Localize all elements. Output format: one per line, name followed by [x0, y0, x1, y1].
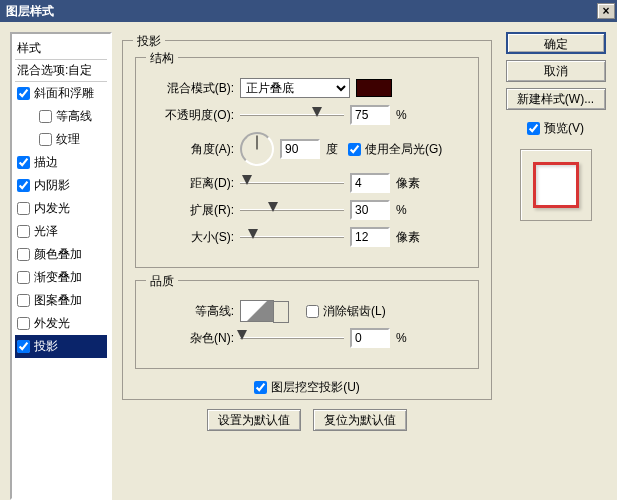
sidebar-item-check-6[interactable]: [17, 225, 30, 238]
sidebar-item-0[interactable]: 斜面和浮雕: [15, 82, 107, 105]
spread-label: 扩展(R):: [154, 202, 234, 219]
blend-mode-select[interactable]: 正片叠底: [240, 78, 350, 98]
distance-slider[interactable]: [240, 176, 344, 190]
sidebar-item-check-2[interactable]: [39, 133, 52, 146]
global-light-checkbox[interactable]: 使用全局光(G): [348, 141, 442, 158]
angle-unit: 度: [326, 141, 338, 158]
angle-input[interactable]: [280, 139, 320, 159]
sidebar-item-10[interactable]: 外发光: [15, 312, 107, 335]
sidebar-item-label: 内发光: [34, 200, 70, 217]
sidebar-item-4[interactable]: 内阴影: [15, 174, 107, 197]
preview-box: [520, 149, 592, 221]
contour-picker[interactable]: [240, 300, 274, 322]
size-slider[interactable]: [240, 230, 344, 244]
sidebar-item-label: 图案叠加: [34, 292, 82, 309]
sidebar-item-label: 斜面和浮雕: [34, 85, 94, 102]
sidebar-item-check-0[interactable]: [17, 87, 30, 100]
sidebar-item-check-10[interactable]: [17, 317, 30, 330]
spread-unit: %: [396, 203, 407, 217]
sidebar-item-check-8[interactable]: [17, 271, 30, 284]
noise-label: 杂色(N):: [154, 330, 234, 347]
quality-label: 品质: [146, 273, 178, 290]
sidebar-item-6[interactable]: 光泽: [15, 220, 107, 243]
opacity-unit: %: [396, 108, 407, 122]
ok-button[interactable]: 确定: [506, 32, 606, 54]
close-button[interactable]: ×: [597, 3, 615, 19]
blend-options-header[interactable]: 混合选项:自定: [15, 59, 107, 82]
preview-swatch: [533, 162, 579, 208]
quality-group: 品质 等高线: 消除锯齿(L) 杂色(N): %: [135, 280, 479, 369]
antialias-checkbox[interactable]: 消除锯齿(L): [306, 303, 386, 320]
sidebar-item-11[interactable]: 投影: [15, 335, 107, 358]
sidebar-item-label: 外发光: [34, 315, 70, 332]
size-label: 大小(S):: [154, 229, 234, 246]
sidebar-item-5[interactable]: 内发光: [15, 197, 107, 220]
sidebar-item-label: 描边: [34, 154, 58, 171]
sidebar-item-check-4[interactable]: [17, 179, 30, 192]
structure-group: 结构 混合模式(B): 正片叠底 不透明度(O): % 角度(A): 度: [135, 57, 479, 268]
angle-dial[interactable]: [240, 132, 274, 166]
sidebar-item-7[interactable]: 颜色叠加: [15, 243, 107, 266]
sidebar-item-label: 内阴影: [34, 177, 70, 194]
size-input[interactable]: [350, 227, 390, 247]
distance-label: 距离(D):: [154, 175, 234, 192]
projection-panel: 投影 结构 混合模式(B): 正片叠底 不透明度(O): % 角度(A):: [122, 40, 492, 400]
sidebar-item-check-7[interactable]: [17, 248, 30, 261]
sidebar-item-1[interactable]: 等高线: [15, 105, 107, 128]
new-style-button[interactable]: 新建样式(W)...: [506, 88, 606, 110]
noise-input[interactable]: [350, 328, 390, 348]
size-unit: 像素: [396, 229, 420, 246]
spread-input[interactable]: [350, 200, 390, 220]
window-title: 图层样式: [6, 3, 54, 20]
noise-slider[interactable]: [240, 331, 344, 345]
sidebar-item-label: 颜色叠加: [34, 246, 82, 263]
contour-label: 等高线:: [154, 303, 234, 320]
sidebar-item-check-11[interactable]: [17, 340, 30, 353]
noise-unit: %: [396, 331, 407, 345]
sidebar-item-label: 等高线: [56, 108, 92, 125]
sidebar-item-check-1[interactable]: [39, 110, 52, 123]
distance-unit: 像素: [396, 175, 420, 192]
preview-checkbox[interactable]: 预览(V): [527, 120, 584, 137]
knockout-checkbox[interactable]: 图层挖空投影(U): [254, 379, 360, 396]
opacity-label: 不透明度(O):: [154, 107, 234, 124]
structure-label: 结构: [146, 50, 178, 67]
blend-mode-label: 混合模式(B):: [154, 80, 234, 97]
sidebar-item-check-9[interactable]: [17, 294, 30, 307]
opacity-input[interactable]: [350, 105, 390, 125]
styles-sidebar: 样式 混合选项:自定 斜面和浮雕等高线纹理描边内阴影内发光光泽颜色叠加渐变叠加图…: [10, 32, 112, 500]
opacity-slider[interactable]: [240, 108, 344, 122]
spread-slider[interactable]: [240, 203, 344, 217]
title-bar: 图层样式 ×: [0, 0, 617, 22]
reset-default-button[interactable]: 复位为默认值: [313, 409, 407, 431]
set-default-button[interactable]: 设置为默认值: [207, 409, 301, 431]
sidebar-header: 样式: [15, 38, 107, 59]
shadow-color-swatch[interactable]: [356, 79, 392, 97]
sidebar-item-8[interactable]: 渐变叠加: [15, 266, 107, 289]
distance-input[interactable]: [350, 173, 390, 193]
sidebar-item-label: 光泽: [34, 223, 58, 240]
sidebar-item-label: 投影: [34, 338, 58, 355]
sidebar-item-check-3[interactable]: [17, 156, 30, 169]
sidebar-item-9[interactable]: 图案叠加: [15, 289, 107, 312]
angle-label: 角度(A):: [154, 141, 234, 158]
panel-title: 投影: [133, 33, 165, 50]
cancel-button[interactable]: 取消: [506, 60, 606, 82]
sidebar-item-label: 渐变叠加: [34, 269, 82, 286]
sidebar-item-3[interactable]: 描边: [15, 151, 107, 174]
sidebar-item-2[interactable]: 纹理: [15, 128, 107, 151]
sidebar-item-label: 纹理: [56, 131, 80, 148]
sidebar-item-check-5[interactable]: [17, 202, 30, 215]
